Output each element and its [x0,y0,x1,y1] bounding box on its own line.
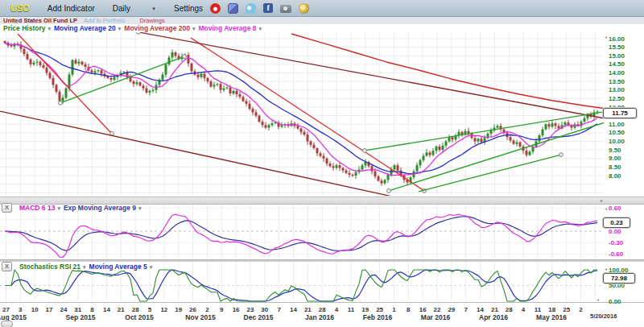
legend-item-stochastics-rsi-21[interactable]: Stochastics RSI 21 [19,263,86,271]
macd-value-badge: 0.23 [603,217,630,228]
alarm-icon[interactable] [210,3,221,14]
last-price-badge: 11.75 [603,108,637,118]
price-axis-label: 15.00 [609,52,625,60]
axis-border [0,302,644,303]
facebook-icon[interactable]: f [263,3,273,13]
macd-pane-legend: X MACD 6 13Exp Moving Average 9 [2,203,142,213]
symbol-label: USO [10,3,30,13]
twitter-icon[interactable] [246,3,256,14]
axis-collapse-icon[interactable]: ◂ [605,34,607,39]
stoch-value-badge: 72.98 [603,273,635,284]
bell-icon[interactable] [299,3,309,14]
price-chart-canvas[interactable] [0,0,644,327]
price-axis-label: 9.00 [609,155,621,162]
stoch-axis-label: 0.00 [609,298,621,305]
axis-collapse-icon[interactable]: ◂ [597,296,599,302]
macd-axis-label: 0.60 [609,205,621,212]
price-axis-label: 13.00 [609,86,625,93]
price-axis-label: 11.00 [609,121,625,128]
price-axis-label: 16.00 [609,35,625,43]
drawings-link[interactable]: Drawings [139,17,164,24]
macd-axis-label: -0.30 [609,239,623,246]
close-icon[interactable]: X [2,203,12,213]
legend-item-exp-moving-average-9[interactable]: Exp Moving Average 9 [64,204,142,212]
price-axis-label: 8.00 [609,172,621,180]
scroll-left-icon[interactable]: ◂ [600,197,602,204]
price-axis-label: 13.50 [609,78,625,85]
top-toolbar: USO Add Indicator Daily Settings f [0,0,644,17]
add-indicator-button[interactable]: Add Indicator [47,4,95,13]
close-icon[interactable]: X [2,262,12,271]
macd-axis-label: -0.60 [609,250,623,258]
legend-item-macd-6-13[interactable]: MACD 6 13 [19,204,60,212]
legend-item-moving-average-8[interactable]: Moving Average 8 [198,24,262,32]
symbol-subheader: United States Oil Fund LP Add to Portfol… [0,17,644,24]
period-dropdown[interactable]: Daily [113,4,156,13]
scroll-corner[interactable] [1,321,13,327]
price-axis-label: 9.50 [609,147,621,154]
legend-item-moving-average-5[interactable]: Moving Average 5 [89,263,153,271]
price-axis-label: 8.50 [609,164,621,171]
price-axis-label: 15.50 [609,43,625,51]
cube-icon[interactable] [228,3,238,14]
legend-item-price-history[interactable]: Price History [3,24,51,32]
price-pane-legend: Price HistoryMoving Average 20Moving Ave… [3,24,262,32]
price-axis-label: 10.50 [609,129,625,136]
price-axis-label: 14.00 [609,69,625,77]
axis-collapse-icon[interactable]: ◂ [605,266,607,271]
fund-name: United States Oil Fund LP [3,17,77,24]
add-to-portfolio-link[interactable]: Add to Portfolio [84,17,125,24]
macd-axis-label: 0.00 [609,228,621,235]
axis-collapse-icon[interactable]: ◂ [605,205,607,211]
settings-button[interactable]: Settings [174,4,203,13]
legend-item-moving-average-200[interactable]: Moving Average 200 [124,24,195,32]
price-axis-label: 12.50 [609,95,625,102]
legend-item-moving-average-20[interactable]: Moving Average 20 [54,24,121,32]
stoch-pane-legend: X Stochastics RSI 21Moving Average 5 [2,262,152,271]
price-axis-label: 10.00 [609,138,625,145]
price-axis-label: 14.50 [609,60,625,68]
camera-icon[interactable] [280,5,291,13]
